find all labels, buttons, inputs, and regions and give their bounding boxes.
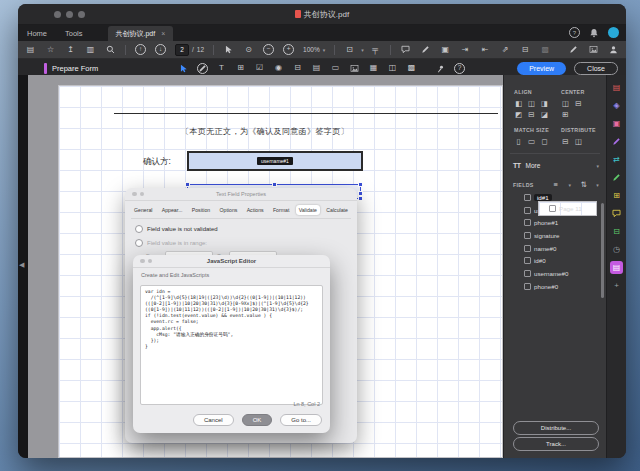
properties-tab-format[interactable]: Format	[270, 205, 292, 215]
properties-dialog-titlebar[interactable]: Text Field Properties	[125, 188, 357, 201]
left-panel-strip[interactable]: ◀	[18, 75, 28, 458]
request-signatures-icon[interactable]: ⇄	[610, 153, 623, 166]
close-prepare-form-button[interactable]: Close	[574, 62, 618, 75]
fields-scrollbar[interactable]	[601, 203, 604, 298]
distribute-vertically-icon[interactable]: ⊟	[559, 136, 572, 147]
zoom-level-dropdown[interactable]: 100% ▾	[303, 46, 325, 53]
favorites-star-icon[interactable]: ☆	[45, 44, 56, 55]
sort-order-icon[interactable]: ≡	[549, 179, 562, 190]
field-tree-item[interactable]: username#0	[508, 267, 597, 280]
radio-icon[interactable]	[135, 239, 143, 247]
selection-handle[interactable]	[358, 182, 363, 187]
text-field-icon[interactable]: T	[216, 63, 227, 74]
dialog-minimize-icon[interactable]	[148, 259, 153, 264]
radio-button-field-icon[interactable]: ◉	[273, 63, 284, 74]
align-middle-icon[interactable]: ⊟	[525, 109, 538, 120]
preview-button[interactable]: Preview	[517, 62, 566, 75]
fit-options-icon[interactable]: ⊡	[344, 44, 355, 55]
dialog-close-icon[interactable]	[132, 192, 137, 197]
align-top-icon[interactable]: ◩	[512, 109, 525, 120]
center-both-icon[interactable]: ⊞	[559, 109, 572, 120]
close-window-icon[interactable]	[54, 11, 61, 18]
track-button[interactable]: Track...	[513, 437, 599, 451]
selection-handle[interactable]	[272, 182, 277, 187]
field-tree-item[interactable]: phone#0	[508, 280, 597, 293]
redact-icon[interactable]: ▩	[540, 44, 551, 55]
properties-tab-position[interactable]: Position	[189, 205, 213, 215]
form-help-icon[interactable]: ?	[454, 63, 465, 74]
ok-button[interactable]: OK	[242, 414, 273, 426]
username-form-field[interactable]: username#1	[187, 151, 363, 171]
combine-files-icon[interactable]: ▣	[610, 117, 623, 130]
javascript-code-editor[interactable]: var idn = /(^[1-9]\d{5}(18|19|([23]\d))\…	[140, 285, 323, 405]
current-page-input[interactable]: 2	[175, 44, 189, 56]
window-titlebar[interactable]: 共创协议.pdf	[18, 4, 626, 25]
help-icon[interactable]: ?	[569, 27, 580, 38]
add-comments-icon[interactable]	[610, 207, 623, 220]
next-page-icon[interactable]: ↓	[155, 44, 166, 55]
prepare-form-tool-icon[interactable]: ▤	[610, 261, 623, 274]
properties-tab-general[interactable]: General	[131, 205, 155, 215]
page-number-widget[interactable]: 2 / 12	[175, 44, 204, 56]
table-field-icon[interactable]: ⊞	[235, 63, 246, 74]
more-properties-dropdown[interactable]: TT More ▾	[513, 159, 599, 172]
match-both-icon[interactable]: ◻	[538, 136, 551, 147]
print-icon[interactable]: ▥	[85, 44, 96, 55]
keep-tool-selected-pin-icon[interactable]	[435, 63, 446, 74]
properties-tab-actions[interactable]: Actions	[244, 205, 267, 215]
fill-and-sign-icon[interactable]	[610, 135, 623, 148]
date-field-icon[interactable]: ▦	[368, 63, 379, 74]
share-icon[interactable]: ↥	[65, 44, 76, 55]
match-height-icon[interactable]: ▯	[512, 136, 525, 147]
comment-icon[interactable]	[400, 44, 411, 55]
history-icon[interactable]: ◷	[610, 243, 623, 256]
match-width-icon[interactable]: ▭	[525, 136, 538, 147]
profile-icon[interactable]	[608, 44, 619, 55]
select-object-icon[interactable]	[178, 63, 189, 74]
dropdown-field-icon[interactable]: ⊟	[292, 63, 303, 74]
tab-home[interactable]: Home	[18, 25, 56, 41]
align-right-icon[interactable]: ◨	[538, 98, 551, 109]
save-file-icon[interactable]: ▤	[25, 44, 36, 55]
barcode-field-icon[interactable]: ▩	[406, 63, 417, 74]
close-tab-icon[interactable]: ×	[161, 30, 165, 37]
align-left-icon[interactable]: ◧	[512, 98, 525, 109]
tab-order-icon[interactable]: ⇅	[577, 179, 590, 190]
import-file-icon[interactable]: ⇤	[480, 44, 491, 55]
radio-icon[interactable]	[135, 225, 143, 233]
distribute-horizontally-icon[interactable]: ◫	[572, 136, 585, 147]
image-field-icon[interactable]	[349, 63, 360, 74]
cancel-button[interactable]: Cancel	[193, 414, 234, 426]
field-tree-item[interactable]: id#0	[508, 254, 597, 267]
dialog-close-icon[interactable]	[140, 259, 145, 264]
send-file-icon[interactable]: ⇗	[500, 44, 511, 55]
more-tools-icon[interactable]: +	[610, 279, 623, 292]
signature-field-icon[interactable]: ◫	[387, 63, 398, 74]
zoom-out-icon[interactable]: −	[263, 44, 274, 55]
collapse-panel-arrow-icon[interactable]: ◀	[19, 261, 24, 269]
selection-handle[interactable]	[185, 182, 190, 187]
goto-button[interactable]: Go to...	[280, 414, 322, 426]
marquee-zoom-icon[interactable]: ⊙	[243, 44, 254, 55]
document-tab[interactable]: 共创协议.pdf ×	[108, 26, 174, 41]
user-avatar[interactable]	[608, 27, 619, 38]
minimize-window-icon[interactable]	[66, 11, 73, 18]
checkbox-field-icon[interactable]: ☑	[254, 63, 265, 74]
tab-tools[interactable]: Tools	[56, 25, 92, 41]
listbox-field-icon[interactable]: ▤	[311, 63, 322, 74]
scan-icon[interactable]: ⊟	[520, 44, 531, 55]
export-pdf-icon[interactable]: ▤	[610, 81, 623, 94]
field-tree-item[interactable]: Page 11	[538, 201, 597, 216]
option-value-range[interactable]: Field value is in range:	[135, 239, 347, 247]
properties-tab-options[interactable]: Options	[217, 205, 241, 215]
notifications-bell-icon[interactable]	[589, 28, 599, 38]
align-horizontal-center-icon[interactable]: ◫	[525, 98, 538, 109]
select-tool-icon[interactable]	[223, 44, 234, 55]
previous-page-icon[interactable]: ↑	[135, 44, 146, 55]
edit-tool-icon[interactable]	[610, 171, 623, 184]
properties-tab-validate[interactable]: Validate	[296, 205, 320, 215]
maximize-window-icon[interactable]	[78, 11, 85, 18]
zoom-in-icon[interactable]: +	[283, 44, 294, 55]
option-not-validated[interactable]: Field value is not validated	[135, 225, 347, 233]
export-file-icon[interactable]: ⇥	[460, 44, 471, 55]
